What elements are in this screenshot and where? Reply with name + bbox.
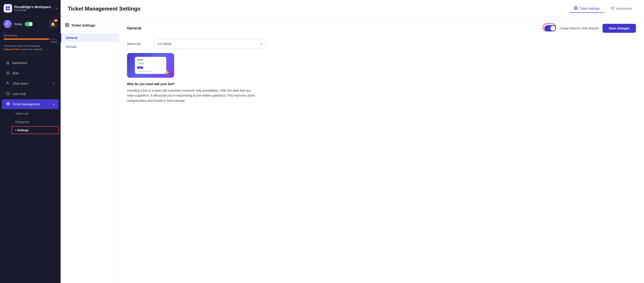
svg-rect-3 [8, 9, 10, 10]
online-toggle[interactable] [25, 22, 33, 26]
sidebar-item-bots[interactable]: Bots [2, 68, 59, 78]
chat-users-chevron-icon[interactable]: ▾ [53, 82, 54, 85]
page-title: Ticket Management Settings [68, 6, 140, 12]
svg-rect-16 [574, 8, 576, 10]
why-title: Why do you need add your bot? [127, 82, 636, 86]
ticket-management-chevron-icon[interactable]: ▴ [53, 103, 54, 106]
ticket-management-icon [6, 102, 10, 106]
subnav-settings[interactable]: Settings [12, 126, 59, 134]
create-ticket-label: Create ticket in chat session [560, 27, 599, 30]
documents-progress-fill [4, 38, 49, 40]
tab-integrations[interactable]: Integrations [606, 5, 637, 13]
upgrade-warning-text: You almost reach the limit upload. Upgra… [4, 44, 57, 51]
why-text: Including a bot in a ticket will maximiz… [127, 88, 257, 103]
svg-rect-4 [7, 72, 10, 74]
preview-open-btn: Open [137, 67, 143, 69]
bell-icon: 🔔 [51, 22, 55, 26]
upgrade-plan-link[interactable]: Upgrade Plan [4, 48, 20, 51]
panel-divider [60, 31, 119, 32]
online-dot [10, 26, 12, 28]
tab-ticket-settings-label: Ticket Settings [580, 7, 600, 10]
svg-rect-10 [6, 92, 10, 94]
svg-point-8 [8, 71, 8, 72]
svg-point-19 [613, 7, 614, 8]
sidebar-item-label: Live Chat [12, 92, 26, 96]
preview-field-label: Ticket suppport name [137, 70, 164, 72]
save-changes-button[interactable]: Save changes [602, 24, 636, 33]
svg-rect-6 [8, 73, 9, 73]
header-tabs: Ticket Settings Integrations [570, 5, 637, 13]
chat-users-icon [6, 81, 10, 86]
user-status-row: F Online 🔔 99 [0, 17, 60, 31]
svg-point-18 [611, 8, 612, 9]
svg-rect-14 [574, 7, 576, 8]
ticket-settings-tab-icon [574, 6, 578, 11]
svg-line-21 [612, 8, 613, 8]
documents-label: Documents [4, 34, 57, 37]
svg-point-9 [7, 82, 8, 83]
left-panel: Ticket Settings General Domain [60, 18, 119, 283]
right-panel-header: General Create ticket in chat session Sa… [127, 24, 636, 33]
integrations-tab-icon [610, 6, 614, 11]
svg-point-13 [8, 104, 8, 104]
content-area: Ticket Settings General Domain General C… [60, 18, 644, 283]
logo-icon [4, 4, 12, 13]
subnav-ticket-list[interactable]: Ticket List [12, 110, 59, 117]
tab-ticket-settings[interactable]: Ticket Settings [570, 5, 604, 13]
panel-nav-general[interactable]: General [60, 33, 119, 42]
bot-select-row: Select bot CX Genie Support Bot Sales Bo… [127, 39, 636, 49]
notification-badge: 99 [54, 19, 58, 22]
sidebar-item-label: Ticket Management [12, 102, 40, 106]
sidebar-item-label: Dashboard [12, 61, 28, 65]
dashboard-icon: ⊞ [6, 61, 9, 65]
sidebar: FiscalEdge's Workspace FiscalEdge ▾ F On… [0, 0, 60, 283]
header-right-controls: Create ticket in chat session Save chang… [544, 24, 636, 33]
right-panel-title: General [127, 26, 141, 31]
create-ticket-toggle[interactable] [544, 25, 556, 32]
sidebar-item-ticket-management[interactable]: Ticket Management ▴ [2, 99, 59, 109]
svg-rect-23 [65, 23, 67, 25]
svg-rect-17 [576, 8, 577, 10]
sidebar-divider [0, 55, 60, 55]
preview-ticket-title: Ticket [137, 59, 164, 61]
preview-solved-badge: Solved [137, 62, 145, 65]
main-content: Ticket Management Settings Ticket Settin… [60, 0, 644, 283]
notification-button[interactable]: 🔔 99 [49, 20, 57, 28]
sidebar-nav: ⊞ Dashboard Bots Chat Users ▾ [0, 56, 60, 283]
documents-progress-track [4, 38, 57, 40]
documents-count: 142/3 [4, 41, 57, 43]
select-bot-label: Select bot [127, 42, 150, 46]
preview-inner: Ticket Solved Open Ticket suppport name [135, 57, 166, 74]
documents-section: Documents 142/3 You almost reach the lim… [0, 31, 60, 54]
bot-select-dropdown[interactable]: CX Genie Support Bot Sales Bot [154, 39, 266, 49]
panel-nav-domain[interactable]: Domain [60, 42, 119, 51]
toggle-container [544, 25, 556, 32]
panel-section-icon [65, 23, 69, 28]
svg-rect-2 [6, 9, 8, 10]
workspace-chevron-icon[interactable]: ▾ [56, 7, 57, 10]
online-label: Online [14, 23, 22, 26]
lightning-icon: ⚡ [164, 70, 170, 76]
svg-rect-25 [65, 25, 67, 27]
tab-integrations-label: Integrations [616, 7, 632, 10]
bots-icon [6, 71, 10, 76]
sidebar-item-label: Bots [12, 71, 19, 75]
svg-rect-1 [8, 6, 10, 8]
panel-section-title: Ticket Settings [60, 23, 119, 31]
svg-point-20 [613, 9, 614, 10]
workspace-logo[interactable]: FiscalEdge's Workspace FiscalEdge [4, 4, 51, 13]
svg-rect-5 [8, 73, 8, 73]
right-panel: General Create ticket in chat session Sa… [119, 18, 644, 283]
sidebar-item-chat-users[interactable]: Chat Users ▾ [2, 79, 59, 89]
sidebar-header: FiscalEdge's Workspace FiscalEdge ▾ [0, 0, 60, 17]
ticket-management-subnav: Ticket List Categories Settings [0, 110, 60, 134]
workspace-sub: FiscalEdge [14, 9, 51, 12]
svg-rect-15 [576, 7, 577, 8]
sidebar-item-live-chat[interactable]: Live Chat [2, 89, 59, 99]
avatar: F [4, 20, 12, 28]
workspace-name: FiscalEdge's Workspace [14, 5, 51, 9]
sidebar-item-dashboard[interactable]: ⊞ Dashboard [2, 58, 59, 68]
subnav-categories[interactable]: Categories [12, 118, 59, 126]
svg-rect-26 [67, 25, 69, 27]
svg-rect-24 [67, 23, 69, 25]
